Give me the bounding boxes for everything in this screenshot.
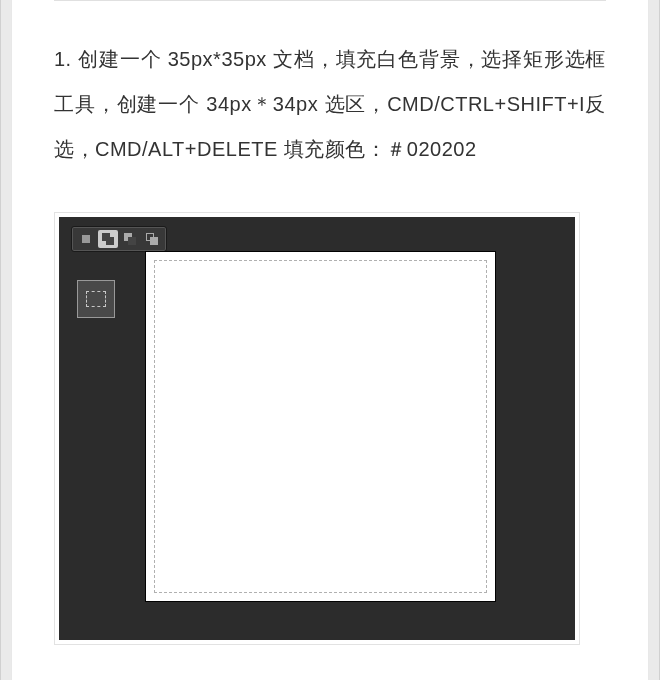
new-selection-icon <box>82 235 90 243</box>
mode-subtract-selection-button[interactable] <box>120 230 140 248</box>
tool-panel <box>77 280 115 318</box>
selection-mode-toolbar <box>71 226 167 252</box>
rectangular-marquee-icon[interactable] <box>86 291 106 307</box>
add-selection-icon <box>102 233 114 245</box>
mode-add-selection-button[interactable] <box>98 230 118 248</box>
content-card: 1. 创建一个 35px*35px 文档，填充白色背景，选择矩形选框工具，创建一… <box>11 0 649 680</box>
mode-intersect-selection-button[interactable] <box>142 230 162 248</box>
divider <box>54 0 606 1</box>
marquee-selection-outline <box>154 260 487 593</box>
subtract-selection-icon <box>124 233 136 245</box>
screenshot-frame <box>54 212 580 645</box>
step-1-instruction: 1. 创建一个 35px*35px 文档，填充白色背景，选择矩形选框工具，创建一… <box>54 37 606 172</box>
document-canvas[interactable] <box>145 251 496 602</box>
intersect-selection-icon <box>146 233 158 245</box>
mode-new-selection-button[interactable] <box>76 230 96 248</box>
photoshop-canvas-area <box>59 217 575 640</box>
page-outer: 1. 创建一个 35px*35px 文档，填充白色背景，选择矩形选框工具，创建一… <box>0 0 660 680</box>
